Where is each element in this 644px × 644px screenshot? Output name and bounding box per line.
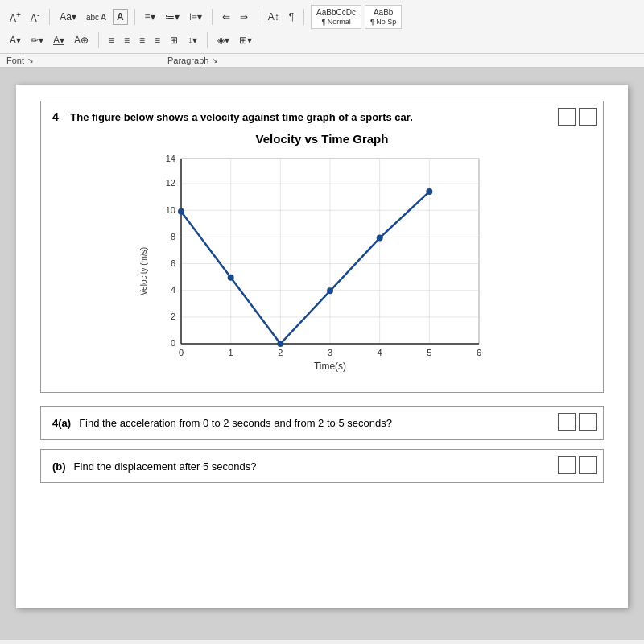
svg-text:2: 2: [278, 348, 283, 357]
chart-title: Velocity vs Time Graph: [52, 132, 592, 146]
text-bg-button[interactable]: A⊕: [71, 33, 92, 47]
ribbon-labels: Font ↘ Paragraph ↘: [0, 54, 644, 68]
change-case-button[interactable]: Aa▾: [56, 10, 80, 24]
sub-b-answer-box-2[interactable]: [579, 456, 597, 474]
svg-point-38: [327, 287, 333, 294]
separator7: [207, 32, 208, 48]
align-right-button[interactable]: ≡: [136, 33, 148, 47]
paragraph-section-label: Paragraph: [167, 56, 208, 65]
svg-text:4: 4: [378, 348, 382, 357]
svg-text:10: 10: [166, 205, 175, 215]
svg-text:1: 1: [229, 348, 233, 357]
highlight-button[interactable]: A▾: [6, 33, 24, 47]
separator6: [98, 32, 99, 48]
sub-b-answer-boxes: [558, 456, 597, 474]
svg-text:12: 12: [166, 178, 175, 188]
borders-button[interactable]: ⊞▾: [236, 33, 255, 47]
svg-text:6: 6: [477, 348, 481, 357]
font-color-button[interactable]: A▾: [50, 33, 68, 47]
sub-b-answer-box-1[interactable]: [558, 456, 576, 474]
increase-indent-button[interactable]: ⇒: [237, 10, 251, 24]
align-left-button[interactable]: ≡: [105, 33, 118, 47]
justify-button[interactable]: ≡: [151, 33, 163, 47]
question-4-block: 4 The figure below shows a velocity agai…: [40, 101, 604, 393]
sub-a-answer-box-2[interactable]: [579, 413, 597, 431]
sub-a-answer-boxes: [558, 413, 597, 431]
sub-q-b-label: (b): [52, 460, 66, 473]
svg-text:14: 14: [166, 154, 175, 163]
svg-text:Time(s): Time(s): [314, 361, 346, 372]
svg-point-37: [277, 341, 283, 347]
separator1: [49, 9, 50, 25]
svg-text:0: 0: [171, 338, 175, 348]
separator2: [134, 9, 135, 25]
multilevel-list-button[interactable]: ⊫▾: [186, 10, 205, 24]
chart-container: Velocity vs Time Graph: [52, 132, 592, 384]
page: 4 The figure below shows a velocity agai…: [16, 85, 628, 608]
align-center-button[interactable]: ≡: [121, 33, 133, 47]
list-button[interactable]: ≡▾: [142, 10, 159, 24]
pilcrow-button[interactable]: ¶: [286, 10, 297, 24]
question-text: The figure below shows a velocity agains…: [70, 111, 413, 123]
svg-point-35: [178, 208, 184, 215]
shading-button[interactable]: ◈▾: [214, 33, 233, 47]
sub-question-b-block: (b) Find the displacement after 5 second…: [40, 449, 604, 483]
svg-text:3: 3: [328, 348, 332, 357]
svg-text:Velocity (m/s): Velocity (m/s): [139, 247, 148, 295]
text-effects-button[interactable]: abc A: [83, 11, 109, 23]
question-number: 4: [52, 110, 59, 123]
answer-box-1[interactable]: [558, 108, 576, 126]
separator5: [303, 9, 304, 25]
decrease-indent-button[interactable]: ⇐: [219, 10, 233, 24]
svg-text:4: 4: [171, 285, 175, 295]
toolbar-row2: A▾ ✏▾ A▾ A⊕ ≡ ≡ ≡ ≡ ⊞ ↕▾ ◈▾ ⊞▾: [6, 31, 638, 50]
sub-q-a-label: 4(a): [52, 417, 71, 429]
style-normal-button[interactable]: AaBbCcDc¶ Normal: [311, 5, 361, 29]
svg-text:5: 5: [427, 348, 431, 357]
velocity-time-chart: 0 2 4 6 8 10 12 14 0 1 2 3 4 5 6: [137, 151, 507, 384]
page-area: 4 The figure below shows a velocity agai…: [0, 68, 644, 640]
numbered-list-button[interactable]: ≔▾: [162, 10, 183, 24]
answer-boxes: [558, 108, 597, 126]
svg-text:8: 8: [171, 232, 175, 242]
clear-format-button[interactable]: A: [113, 9, 128, 25]
columns-button[interactable]: ⊞: [167, 33, 181, 47]
style-nospace-button[interactable]: AaBb¶ No Sp: [365, 5, 402, 29]
answer-box-2[interactable]: [579, 108, 597, 126]
sort-button[interactable]: A↕: [265, 10, 283, 24]
svg-point-40: [426, 188, 432, 195]
svg-text:6: 6: [171, 258, 175, 268]
sub-q-a-text: Find the acceleration from 0 to 2 second…: [79, 417, 392, 429]
font-section-label: Font: [6, 56, 24, 65]
sub-a-answer-box-1[interactable]: [558, 413, 576, 431]
pen-button[interactable]: ✏▾: [27, 33, 47, 47]
sub-q-b-text: Find the displacement after 5 seconds?: [74, 460, 257, 473]
font-shrink-button[interactable]: A-: [27, 9, 43, 26]
toolbar: A+ A- Aa▾ abc A A ≡▾ ≔▾ ⊫▾ ⇐ ⇒ A↕ ¶ AaBb…: [0, 0, 644, 54]
svg-text:2: 2: [171, 312, 175, 321]
font-dialog-launcher[interactable]: ↘: [27, 56, 34, 64]
separator3: [212, 9, 213, 25]
separator4: [258, 9, 258, 25]
toolbar-row1: A+ A- Aa▾ abc A A ≡▾ ≔▾ ⊫▾ ⇐ ⇒ A↕ ¶ AaBb…: [6, 3, 638, 31]
svg-point-36: [228, 275, 234, 281]
svg-text:0: 0: [179, 348, 184, 357]
sub-question-a-block: 4(a) Find the acceleration from 0 to 2 s…: [40, 406, 604, 440]
paragraph-dialog-launcher[interactable]: ↘: [212, 56, 218, 64]
font-grow-button[interactable]: A+: [6, 9, 24, 26]
line-spacing-button[interactable]: ↕▾: [184, 33, 200, 47]
svg-point-39: [377, 235, 383, 242]
